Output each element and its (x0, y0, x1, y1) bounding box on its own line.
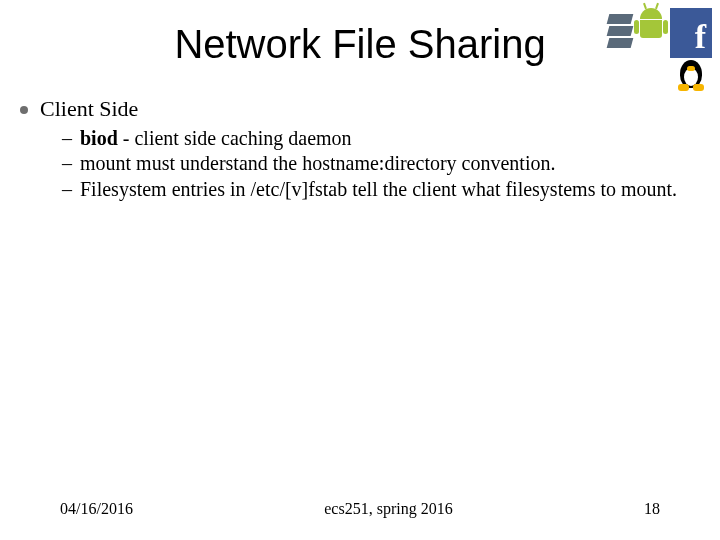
item-text: biod - client side caching daemon (80, 126, 352, 150)
dash-icon: – (62, 151, 72, 175)
section-bullet: Client Side (20, 96, 692, 122)
slide: f Network File Sharing Client Side – bio… (0, 0, 720, 540)
footer-page: 18 (644, 500, 660, 518)
dash-icon: – (62, 177, 72, 201)
item-text: mount must understand the hostname:direc… (80, 151, 555, 175)
slide-title: Network File Sharing (0, 22, 720, 67)
list-item: – biod - client side caching daemon (62, 126, 692, 150)
section-label: Client Side (40, 96, 138, 122)
footer-course: ecs251, spring 2016 (324, 500, 452, 518)
list-item: – mount must understand the hostname:dir… (62, 151, 692, 175)
content-area: Client Side – biod - client side caching… (20, 96, 692, 202)
footer: 04/16/2016 ecs251, spring 2016 18 (0, 500, 720, 518)
bullet-dot-icon (20, 106, 28, 114)
sublist: – biod - client side caching daemon – mo… (62, 126, 692, 201)
footer-date: 04/16/2016 (60, 500, 133, 518)
item-text: Filesystem entries in /etc/[v]fstab tell… (80, 177, 677, 201)
dash-icon: – (62, 126, 72, 150)
list-item: – Filesystem entries in /etc/[v]fstab te… (62, 177, 692, 201)
